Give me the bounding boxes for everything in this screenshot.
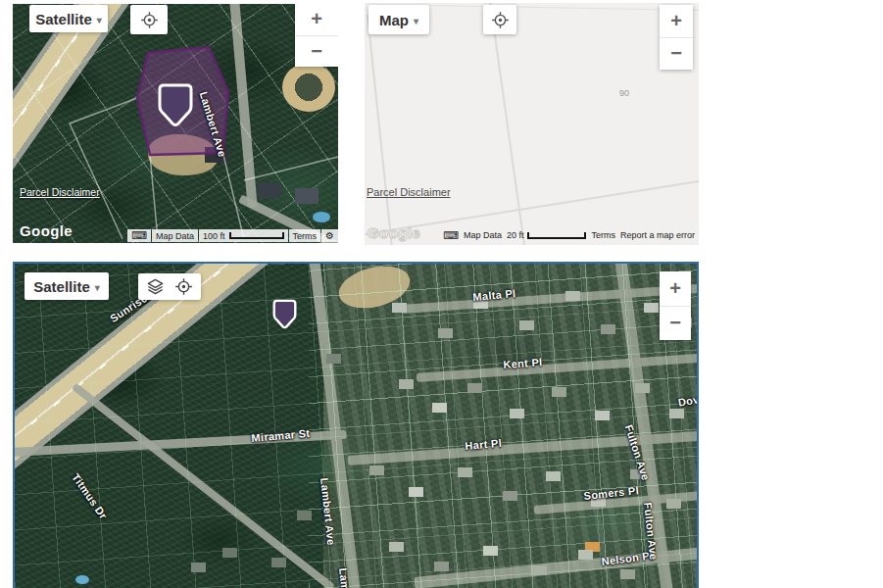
my-location-button[interactable] [483, 5, 516, 34]
crosshair-icon [491, 11, 510, 29]
map-type-label: Map [379, 12, 409, 28]
lot-number-label: 90 [619, 88, 629, 98]
dropdown-arrow-icon: ▾ [95, 282, 100, 293]
scale-bar [527, 232, 586, 239]
gear-icon: ⚙ [325, 231, 334, 240]
google-logo[interactable]: Google [20, 222, 73, 239]
terms-link[interactable]: Terms [591, 230, 615, 240]
dropdown-arrow-icon: ▾ [414, 16, 418, 26]
scale-label: 100 ft [203, 231, 225, 241]
parcel-line [423, 5, 699, 11]
map-data-label: Map Data [464, 230, 502, 240]
property-pin[interactable] [271, 297, 298, 336]
zoom-in-button[interactable]: + [660, 271, 691, 306]
parcel-plat-map[interactable]: 90 Map ▾ + − Parcel Disclaimer Google ⌨ … [365, 3, 699, 245]
swimming-pool [75, 575, 89, 584]
scale-label: 20 ft [507, 230, 524, 240]
terms-link[interactable]: Terms [289, 229, 321, 242]
crosshair-icon[interactable] [174, 277, 193, 296]
scale-control[interactable]: 20 ft [507, 230, 587, 240]
keyboard-icon: ⌨ [443, 231, 459, 240]
map-type-button[interactable]: Satellite ▾ [29, 5, 108, 32]
map-type-button[interactable]: Satellite ▾ [25, 272, 109, 300]
parcel-disclaimer-link[interactable]: Parcel Disclaimer [367, 186, 451, 198]
scale-bar [229, 232, 284, 239]
crosshair-icon [140, 11, 159, 29]
zoom-out-button[interactable]: − [295, 35, 338, 68]
scale-control[interactable]: 100 ft [199, 229, 288, 242]
keyboard-icon: ⌨ [131, 231, 147, 240]
map-type-label: Satellite [35, 11, 92, 27]
map-type-button[interactable]: Map ▾ [368, 5, 429, 34]
layers-location-toolbar [138, 273, 201, 300]
zoom-in-button[interactable]: + [295, 4, 338, 35]
settings-button[interactable]: ⚙ [321, 229, 338, 242]
layers-icon[interactable] [146, 277, 165, 296]
parcel-satellite-map[interactable]: Lambert Ave Satellite ▾ + − Parcel Discl… [13, 4, 338, 243]
my-location-button[interactable] [130, 5, 168, 34]
google-logo[interactable]: Google [368, 224, 420, 241]
zoom-in-button[interactable]: + [660, 5, 693, 37]
map-data-label: Map Data [152, 229, 198, 242]
property-pin[interactable] [156, 80, 195, 135]
area-satellite-map[interactable]: Sunrise Hwy Malta Pl Kent Pl Miramar St … [13, 262, 699, 588]
zoom-out-button[interactable]: − [660, 306, 691, 341]
report-map-error-link[interactable]: Report a map error [620, 230, 695, 240]
zoom-out-button[interactable]: − [660, 37, 693, 71]
parcel-disclaimer-link[interactable]: Parcel Disclaimer [20, 186, 100, 198]
keyboard-shortcuts-button[interactable]: ⌨ [443, 231, 459, 240]
dropdown-arrow-icon: ▾ [97, 15, 102, 25]
keyboard-shortcuts-button[interactable]: ⌨ [127, 229, 151, 242]
parcel-line [367, 15, 394, 245]
map-type-label: Satellite [33, 278, 90, 295]
residential-area [323, 264, 697, 588]
